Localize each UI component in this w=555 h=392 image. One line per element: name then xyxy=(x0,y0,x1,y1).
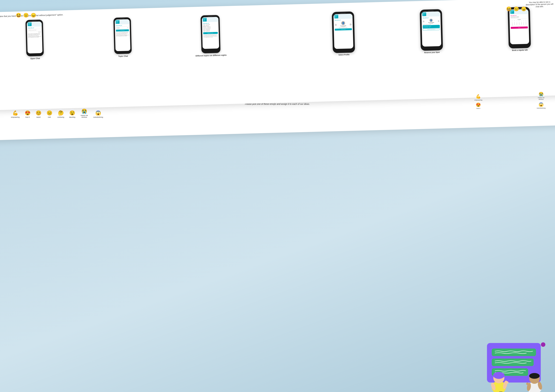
select-profile-label: Select Profile xyxy=(338,54,350,56)
open-chat-label: Open Chat xyxy=(30,57,40,60)
reserve-spot-label: Reserve your Spot xyxy=(424,51,439,54)
emoji-sweet-label: sweet xyxy=(37,116,41,118)
svg-point-4 xyxy=(541,342,545,347)
emoji-overwhelming[interactable]: 😱 overwhelming xyxy=(93,110,103,118)
phone-open-chat: REACHOUT.com Chat with us? What's on you… xyxy=(0,19,78,61)
emoji-confusing-label: confusing xyxy=(58,116,64,118)
emoji-maxes-anxious[interactable]: 😭 maxes me anxious xyxy=(80,108,88,118)
svg-point-15 xyxy=(529,373,540,379)
phone-different-topics: REACHOUT.com Chat with us? Monday - gend… xyxy=(167,14,254,58)
emoji-daunting-label: daunting xyxy=(69,116,75,118)
svg-point-18 xyxy=(526,383,529,385)
right-floating-emojis: 💪 empowering 😍 love it xyxy=(475,94,482,109)
emoji-daunting[interactable]: 😧 daunting xyxy=(69,110,75,118)
emoji-meh[interactable]: 😑 meh xyxy=(46,110,52,118)
emoji-love-it-label: love it xyxy=(25,116,29,118)
emoji-confusing[interactable]: 🤔 confusing xyxy=(58,110,64,118)
svg-rect-1 xyxy=(492,349,536,356)
topic-chat-label: Topic Chat xyxy=(118,55,128,57)
emoji-sweet[interactable]: 😊 sweet xyxy=(36,110,41,118)
emoji-angry-right: 😠 xyxy=(521,6,526,12)
top-right-emojis: 😆 😐 😠 xyxy=(506,6,526,12)
svg-point-7 xyxy=(493,372,504,379)
emoji-happy-left: 😆 xyxy=(16,13,21,18)
emoji-meh-label: meh xyxy=(48,116,51,118)
top-left-emojis: 😆 😐 😠 xyxy=(16,13,36,18)
emoji-angry-left: 😠 xyxy=(31,13,36,18)
phone-book-regular: REACHOUT.com Chat with us? AnonymousBee,… xyxy=(476,6,555,52)
emoji-maxes-anxious-label: maxes me anxious xyxy=(80,114,88,118)
top-card: Imagine that you have chosen the "privat… xyxy=(0,0,555,110)
emoji-neutral-right: 😐 xyxy=(514,6,519,12)
phone-select-profile: REACHOUT.com Chat with us? ‹ 👤 Anonymous… xyxy=(300,11,387,57)
emoji-happy-right: 😆 xyxy=(506,6,512,12)
phone-reserve-spot: REACHOUT.com Chat with us? ‹ 👤 Anonymous… xyxy=(388,8,475,54)
emoji-overwhelming-label: overwhelming xyxy=(93,116,103,118)
far-right-emojis: 😭 maxes me anxious 😱 overwhelming xyxy=(537,92,546,109)
book-regular-label: Book a regular talk xyxy=(512,49,528,51)
emoji-options-row: 💪 empowering 😍 love it 😊 sweet 😑 meh 🤔 xyxy=(9,108,545,118)
chat-illustration xyxy=(481,342,552,392)
phone-topic-chat: REACHOUT.com Chat with us? My topic ▾ Ch… xyxy=(79,16,166,58)
main-container: 😆 😐 😠 😆 😐 😠 Imagine that you have chosen… xyxy=(0,0,555,392)
emoji-empowering-label: empowering xyxy=(11,116,20,118)
description-text: You may be able to see a description of … xyxy=(525,1,554,8)
svg-rect-2 xyxy=(492,358,534,366)
emoji-empowering[interactable]: 💪 empowering xyxy=(11,110,20,118)
different-topics-label: Different topics on different nights xyxy=(196,54,227,57)
emoji-love-it[interactable]: 😍 love it xyxy=(25,110,30,118)
svg-point-10 xyxy=(506,381,509,384)
emoji-neutral-left: 😐 xyxy=(23,13,29,18)
